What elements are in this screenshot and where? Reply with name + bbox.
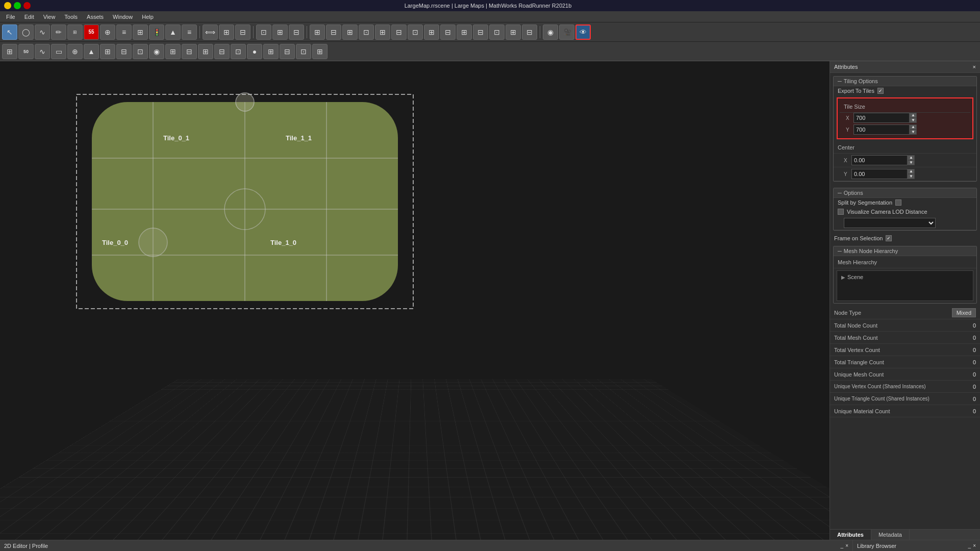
tb2-btn12[interactable]: ⊟ (182, 44, 197, 59)
unique-material-count-value: 0 (973, 408, 976, 414)
transform3-button[interactable]: ⊞ (342, 24, 358, 40)
menu-assets[interactable]: Assets (83, 13, 108, 21)
center-y-down[interactable]: ▼ (908, 174, 915, 179)
tb2-btn4[interactable]: ▭ (51, 44, 66, 59)
ruler-button[interactable]: ⊟ (289, 24, 304, 40)
junction-tool-button[interactable]: ⊕ (100, 24, 115, 40)
tb2-btn10[interactable]: ◉ (149, 44, 164, 59)
tb2-btn8[interactable]: ⊟ (116, 44, 132, 59)
tab-attributes[interactable]: Attributes (830, 530, 871, 540)
transform14-button[interactable]: ⊟ (522, 24, 537, 40)
window-title: LargeMap.rrscene | Large Maps | MathWork… (31, 3, 945, 9)
svg-text:Tile_0_1: Tile_0_1 (163, 134, 189, 142)
traffic-light-button[interactable]: 🚦 (149, 24, 164, 40)
tile-size-x-input[interactable] (853, 113, 910, 123)
select-tool-button[interactable]: ↖ (2, 24, 17, 40)
distribute-button[interactable]: ⊟ (235, 24, 250, 40)
close-button[interactable] (23, 2, 31, 9)
editor-minimize-icon[interactable]: _ (841, 543, 844, 548)
tile-size-y-input[interactable] (853, 124, 910, 135)
tile-size-y-down[interactable]: ▼ (910, 130, 917, 135)
tb2-btn3[interactable]: ∿ (35, 44, 50, 59)
center-y-input[interactable] (851, 169, 908, 179)
transform6-button[interactable]: ⊟ (391, 24, 407, 40)
tb2-btn20[interactable]: ⊞ (312, 44, 328, 59)
viewport-3d[interactable]: Tile_0_1 Tile_1_1 Tile_0_0 Tile_1_0 (0, 61, 830, 540)
scene-node[interactable]: ▶ Scene (839, 273, 971, 281)
circle-tool-button[interactable]: ◯ (18, 24, 34, 40)
align-button[interactable]: ⊞ (219, 24, 234, 40)
menu-file[interactable]: File (2, 13, 19, 21)
visualize-lod-checkbox[interactable] (838, 209, 844, 215)
transform5-button[interactable]: ⊞ (375, 24, 390, 40)
snap-button[interactable]: ⊡ (256, 24, 271, 40)
transform2-button[interactable]: ⊟ (326, 24, 341, 40)
tb2-btn7[interactable]: ⊞ (100, 44, 115, 59)
speed-sign-button[interactable]: 55 (84, 24, 99, 40)
curve-tool-button[interactable]: ∿ (35, 24, 50, 40)
transform12-button[interactable]: ⊡ (489, 24, 505, 40)
tb2-btn14[interactable]: ⊟ (214, 44, 230, 59)
scene-export-button[interactable]: 👁 (575, 24, 591, 40)
center-y-up[interactable]: ▲ (908, 169, 915, 174)
center-x-input[interactable] (851, 155, 908, 165)
export-to-tiles-checkbox[interactable] (877, 88, 884, 94)
transform7-button[interactable]: ⊡ (408, 24, 423, 40)
center-x-down[interactable]: ▼ (908, 160, 915, 165)
lod-dropdown-row (834, 216, 976, 230)
tb2-btn6[interactable]: ▲ (84, 44, 99, 59)
road-tool-button[interactable]: ⊞ (67, 24, 83, 40)
transform11-button[interactable]: ⊟ (473, 24, 488, 40)
view2-button[interactable]: 🎥 (559, 24, 574, 40)
transform4-button[interactable]: ⊡ (359, 24, 374, 40)
view1-button[interactable]: ◉ (543, 24, 558, 40)
measure-button[interactable]: ⟺ (203, 24, 218, 40)
tb2-btn18[interactable]: ⊟ (280, 44, 295, 59)
tb2-btn17[interactable]: ⊞ (263, 44, 279, 59)
tb2-btn1[interactable]: ⊞ (2, 44, 17, 59)
tb2-btn15[interactable]: ⊡ (231, 44, 246, 59)
tb2-btn9[interactable]: ⊡ (133, 44, 148, 59)
tile-size-y-up[interactable]: ▲ (910, 124, 917, 130)
paint-tool-button[interactable]: ✏ (51, 24, 66, 40)
menu-edit[interactable]: Edit (20, 13, 38, 21)
menu-view[interactable]: View (39, 13, 60, 21)
maximize-button[interactable] (14, 2, 21, 9)
unique-mesh-count-row: Unique Mesh Count 0 (830, 368, 980, 381)
close-panel-icon[interactable]: × (973, 64, 976, 70)
menu-help[interactable]: Help (138, 13, 158, 21)
lib-minimize-icon[interactable]: _ (968, 543, 971, 548)
center-x-up[interactable]: ▲ (908, 155, 915, 160)
sign-tool-button[interactable]: ▲ (165, 24, 181, 40)
road-marks-button[interactable]: ≡ (182, 24, 197, 40)
transform10-button[interactable]: ⊞ (457, 24, 472, 40)
tb2-btn13[interactable]: ⊞ (198, 44, 213, 59)
transform1-button[interactable]: ⊞ (310, 24, 325, 40)
tb2-btn16[interactable]: ● (247, 44, 262, 59)
editor-close-icon[interactable]: × (845, 543, 848, 548)
tile-size-x-down[interactable]: ▼ (910, 118, 917, 123)
minimize-button[interactable] (4, 2, 11, 9)
menu-window[interactable]: Window (109, 13, 137, 21)
grid-button[interactable]: ⊞ (272, 24, 288, 40)
menu-tools[interactable]: Tools (60, 13, 82, 21)
transform13-button[interactable]: ⊞ (506, 24, 521, 40)
grid-background (0, 379, 830, 540)
frame-on-selection-checkbox[interactable] (886, 235, 892, 241)
tb2-speed[interactable]: 50 (18, 44, 34, 59)
tab-metadata[interactable]: Metadata (871, 530, 910, 540)
tb2-btn19[interactable]: ⊡ (296, 44, 311, 59)
crosswalk-button[interactable]: ⊞ (133, 24, 148, 40)
tb2-btn11[interactable]: ⊞ (165, 44, 181, 59)
split-by-seg-checkbox[interactable] (895, 199, 901, 206)
lib-close-icon[interactable]: × (973, 543, 976, 548)
svg-point-8 (236, 93, 254, 111)
mesh-hierarchy-label-row: Mesh Hierarchy (834, 256, 976, 268)
tile-size-x-up[interactable]: ▲ (910, 113, 917, 118)
tb2-btn5[interactable]: ⊕ (67, 44, 83, 59)
transform9-button[interactable]: ⊟ (440, 24, 456, 40)
center-y-row: Y ▲ ▼ (834, 167, 976, 181)
lane-tool-button[interactable]: ≡ (116, 24, 132, 40)
transform8-button[interactable]: ⊞ (424, 24, 439, 40)
lod-dropdown[interactable] (844, 218, 936, 228)
